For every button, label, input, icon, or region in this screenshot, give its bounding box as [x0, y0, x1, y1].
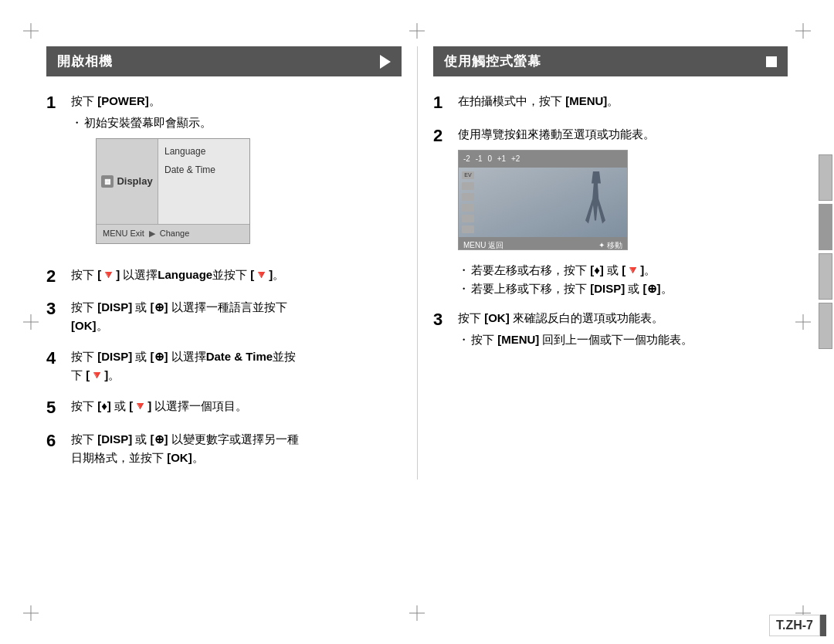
- viewfinder-footer-back: MENU 返回: [463, 239, 503, 250]
- step-5-content: 按下 [♦] 或 [🔻] 以選擇一個項目。: [71, 397, 402, 417]
- right-step-2-content: 使用導覽按鈕來捲動至選項或功能表。 -2 -1 0 +1: [458, 125, 788, 298]
- step-3: 3 按下 [DISP] 或 [⊕] 以選擇一種語言並按下[OK]。: [46, 298, 402, 337]
- right-step-2-bullet-1: 若要左移或右移，按下 [♦] 或 [🔻]。: [458, 261, 788, 280]
- viewfinder-mockup: -2 -1 0 +1 +2: [458, 150, 628, 250]
- mockup-footer-exit: MENU Exit: [103, 227, 144, 241]
- viewfinder-footer-move: ✦ 移動: [598, 239, 622, 250]
- crosshair-bottom-center: [409, 605, 425, 621]
- step-6-text: 按下 [DISP] 或 [⊕] 以變更數字或選擇另一種日期格式，並按下 [OK]…: [71, 430, 402, 467]
- step-1-content: 按下 [POWER]。 初始安裝螢幕即會顯示。 ▦ Display Lang: [71, 92, 402, 255]
- mockup-left-panel: ▦ Display: [97, 139, 158, 224]
- step-2: 2 按下 [🔻] 以選擇Language並按下 [🔻]。: [46, 266, 402, 288]
- mockup-menu-language: Language: [164, 144, 243, 160]
- step-1-number: 1: [46, 92, 63, 114]
- right-step-2-number: 2: [433, 125, 450, 147]
- crosshair-top-right: [795, 23, 811, 39]
- camera-mockup: ▦ Display Language Date & Time MENU Exit…: [96, 138, 250, 244]
- right-step-1-number: 1: [433, 92, 450, 114]
- step-5: 5 按下 [♦] 或 [🔻] 以選擇一個項目。: [46, 397, 402, 419]
- step-3-text: 按下 [DISP] 或 [⊕] 以選擇一種語言並按下[OK]。: [71, 298, 402, 335]
- left-column: 開啟相機 1 按下 [POWER]。 初始安裝螢幕即會顯示。 ▦: [46, 46, 417, 480]
- side-tab: [817, 154, 834, 349]
- ev-zero: 0: [487, 153, 492, 165]
- viewfinder-footer: MENU 返回 ✦ 移動: [459, 237, 627, 250]
- crosshair-mid-right: [795, 314, 811, 330]
- step-1-text: 按下 [POWER]。: [71, 92, 402, 110]
- step-1-bullets: 初始安裝螢幕即會顯示。: [71, 114, 402, 132]
- step-2-number: 2: [46, 266, 63, 288]
- page-number: T.ZH-7: [769, 615, 820, 636]
- vf-icon-5: [462, 225, 474, 233]
- mockup-footer-arrow: ▶: [149, 227, 155, 241]
- mockup-footer: MENU Exit ▶ Change: [97, 224, 249, 243]
- right-step-3: 3 按下 [OK] 來確認反白的選項或功能表。 按下 [MENU] 回到上一個或…: [433, 309, 788, 349]
- right-column: 使用觸控式螢幕 1 在拍攝模式中，按下 [MENU]。 2 使用導覽按鈕來捲動至…: [417, 46, 788, 480]
- step-5-number: 5: [46, 397, 63, 419]
- viewfinder-top-bar: -2 -1 0 +1 +2: [459, 151, 627, 168]
- ev-plus1: +1: [497, 153, 506, 165]
- ev-spacer: [484, 153, 486, 165]
- right-step-1-text: 在拍攝模式中，按下 [MENU]。: [458, 92, 788, 110]
- mockup-menu-datetime: Date & Time: [164, 162, 243, 178]
- right-section-title: 使用觸控式螢幕: [444, 53, 541, 70]
- left-section-title: 開啟相機: [57, 53, 113, 70]
- ev-spacer: [472, 153, 474, 165]
- ev-plus2: +2: [511, 153, 520, 165]
- right-step-3-bullet-1: 按下 [MENU] 回到上一個或下一個功能表。: [458, 330, 788, 349]
- step-4-text: 按下 [DISP] 或 [⊕] 以選擇Date & Time並按下 [🔻]。: [71, 347, 402, 385]
- step-2-text: 按下 [🔻] 以選擇Language並按下 [🔻]。: [71, 266, 402, 284]
- columns-layout: 開啟相機 1 按下 [POWER]。 初始安裝螢幕即會顯示。 ▦: [46, 46, 788, 480]
- mockup-footer-change: Change: [160, 227, 190, 241]
- right-step-2-text: 使用導覽按鈕來捲動至選項或功能表。: [458, 125, 788, 144]
- right-step-3-text: 按下 [OK] 來確認反白的選項或功能表。: [458, 309, 788, 327]
- step-3-content: 按下 [DISP] 或 [⊕] 以選擇一種語言並按下[OK]。: [71, 298, 402, 337]
- mockup-menu-icon: ▦: [101, 175, 114, 188]
- ev-minus2: -2: [463, 153, 470, 165]
- side-tab-item-active: [819, 204, 832, 250]
- crosshair-mid-left: [23, 314, 39, 330]
- page-content: 開啟相機 1 按下 [POWER]。 初始安裝螢幕即會顯示。 ▦: [46, 46, 788, 598]
- side-tab-item: [819, 154, 832, 201]
- side-tab-item: [819, 303, 832, 349]
- page-bar: [820, 615, 826, 636]
- right-step-1: 1 在拍攝模式中，按下 [MENU]。: [433, 92, 788, 114]
- step-2-content: 按下 [🔻] 以選擇Language並按下 [🔻]。: [71, 266, 402, 286]
- crosshair-bottom-left: [23, 605, 39, 621]
- header-triangle-icon: [380, 55, 391, 69]
- vf-icon-4: [462, 215, 474, 222]
- step-1-bullet-1: 初始安裝螢幕即會顯示。: [71, 114, 402, 132]
- right-step-3-number: 3: [433, 309, 450, 331]
- crosshair-top-left: [23, 23, 39, 39]
- vf-icon-2: [462, 193, 474, 201]
- step-6-content: 按下 [DISP] 或 [⊕] 以變更數字或選擇另一種日期格式，並按下 [OK]…: [71, 430, 402, 469]
- mockup-right-panel: Language Date & Time: [158, 139, 249, 224]
- step-4-content: 按下 [DISP] 或 [⊕] 以選擇Date & Time並按下 [🔻]。: [71, 347, 402, 386]
- step-5-text: 按下 [♦] 或 [🔻] 以選擇一個項目。: [71, 397, 402, 415]
- right-step-3-bullets: 按下 [MENU] 回到上一個或下一個功能表。: [458, 330, 788, 349]
- right-step-2-bullet-2: 若要上移或下移，按下 [DISP] 或 [⊕]。: [458, 280, 788, 298]
- vf-icon-3: [462, 204, 474, 212]
- ev-minus1: -1: [476, 153, 483, 165]
- step-3-number: 3: [46, 298, 63, 320]
- step-6-number: 6: [46, 430, 63, 452]
- right-step-2-bullets: 若要左移或右移，按下 [♦] 或 [🔻]。 若要上移或下移，按下 [DISP] …: [458, 261, 788, 298]
- ev-spacer: [507, 153, 510, 165]
- step-6: 6 按下 [DISP] 或 [⊕] 以變更數字或選擇另一種日期格式，並按下 [O…: [46, 430, 402, 469]
- person-silhouette: [581, 171, 612, 233]
- header-square-icon: [766, 56, 777, 67]
- viewfinder-left-icons: EV: [462, 171, 474, 233]
- step-4-number: 4: [46, 347, 63, 370]
- page-footer: T.ZH-7: [769, 615, 826, 636]
- right-step-3-content: 按下 [OK] 來確認反白的選項或功能表。 按下 [MENU] 回到上一個或下一…: [458, 309, 788, 349]
- right-section-header: 使用觸控式螢幕: [433, 46, 788, 76]
- crosshair-top-center: [409, 23, 425, 39]
- mockup-body: ▦ Display Language Date & Time: [97, 139, 249, 224]
- step-1: 1 按下 [POWER]。 初始安裝螢幕即會顯示。 ▦ Display: [46, 92, 402, 255]
- left-section-header: 開啟相機: [46, 46, 402, 76]
- right-step-1-content: 在拍攝模式中，按下 [MENU]。: [458, 92, 788, 112]
- vf-icon-1: [462, 182, 474, 190]
- viewfinder-body: EV: [459, 168, 627, 237]
- mockup-display-label: Display: [117, 174, 152, 190]
- ev-spacer: [493, 153, 496, 165]
- ev-scale: -2 -1 0 +1 +2: [463, 153, 520, 165]
